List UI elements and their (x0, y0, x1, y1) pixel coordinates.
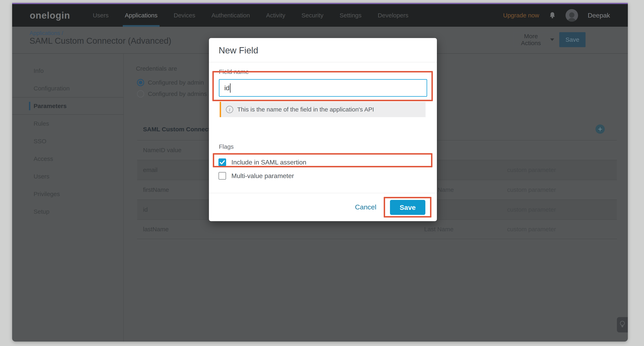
sidebar-divider (124, 54, 124, 341)
sidebar-item-setup[interactable]: Setup (12, 203, 124, 220)
check-icon (218, 158, 226, 166)
checkbox-label: Multi-value parameter (232, 172, 294, 180)
row-field-name: lastName (143, 226, 169, 233)
nav-item-developers[interactable]: Developers (378, 4, 408, 27)
modal-footer-divider (209, 193, 437, 193)
row-tag: custom parameter (507, 226, 556, 233)
text-cursor (230, 83, 230, 93)
nav-items: Users Applications Devices Authenticatio… (93, 4, 408, 27)
field-name-info-box: i This is the name of the field in the a… (220, 102, 426, 117)
page-save-button[interactable]: Save (559, 32, 586, 47)
radio-label: Configured by admins a (148, 91, 212, 97)
breadcrumb[interactable]: Applications / (30, 30, 63, 37)
row-tag: custom parameter (507, 186, 556, 193)
sidebar-item-parameters[interactable]: Parameters (12, 97, 124, 115)
row-field-name: NameID value (143, 147, 182, 154)
lightbulb-icon (619, 320, 626, 329)
onelogin-logo[interactable]: onelogin (30, 10, 70, 21)
checkbox-row-include-in-saml-assertion[interactable]: Include in SAML assertion (218, 158, 306, 166)
sidebar-item-info[interactable]: Info (12, 62, 124, 80)
radio-selected-icon[interactable] (137, 79, 144, 86)
user-avatar[interactable] (566, 9, 578, 22)
cancel-button[interactable]: Cancel (355, 203, 376, 211)
sidebar-item-sso[interactable]: SSO (12, 132, 124, 150)
row-field-name: id (143, 206, 148, 213)
radio-configured-by-admins-and-users[interactable]: Configured by admins a (137, 90, 212, 98)
info-text: This is the name of the field in the app… (237, 106, 374, 113)
help-beacon-button[interactable] (617, 317, 628, 332)
sidebar-item-users[interactable]: Users (12, 168, 124, 185)
active-tab-underline (123, 25, 160, 27)
top-nav: onelogin Users Applications Devices Auth… (12, 4, 628, 27)
radio-configured-by-admin[interactable]: Configured by admin (137, 79, 204, 87)
flags-label: Flags (219, 143, 234, 150)
sidebar-nav: Info Configuration Parameters Rules SSO … (12, 62, 124, 220)
row-field-name: firstName (143, 186, 169, 193)
nav-item-authentication[interactable]: Authentication (211, 4, 250, 27)
sidebar-item-access[interactable]: Access (12, 150, 124, 168)
nav-item-applications[interactable]: Applications (125, 4, 158, 27)
screenshot-stage: onelogin Users Applications Devices Auth… (0, 0, 644, 346)
nav-item-applications-label: Applications (125, 12, 158, 19)
add-parameter-button[interactable]: + (596, 124, 605, 134)
more-actions-label: More Actions (514, 33, 547, 47)
notifications-bell-icon[interactable] (549, 12, 556, 19)
chevron-down-icon (550, 39, 554, 41)
modal-title-divider (209, 62, 437, 62)
row-field-name: email (143, 167, 158, 173)
nav-item-settings[interactable]: Settings (340, 4, 362, 27)
plus-icon: + (598, 125, 602, 133)
field-name-input-value: id (224, 84, 230, 92)
field-name-input[interactable]: id (219, 79, 427, 97)
modal-save-button[interactable]: Save (390, 200, 425, 215)
nav-item-users[interactable]: Users (93, 4, 108, 27)
page-title: SAML Custom Connector (Advanced) (30, 36, 171, 46)
checkbox-checked-icon[interactable] (218, 158, 226, 166)
active-item-bar (29, 102, 30, 110)
row-tag: custom parameter (507, 167, 556, 173)
checkbox-row-multi-value-parameter[interactable]: Multi-value parameter (218, 172, 294, 180)
credentials-heading: Credentials are (136, 65, 177, 72)
nav-item-devices[interactable]: Devices (174, 4, 196, 27)
nav-item-activity[interactable]: Activity (266, 4, 286, 27)
radio-unselected-icon[interactable] (137, 90, 144, 98)
row-tag: custom parameter (507, 206, 556, 213)
nav-right-cluster: Upgrade now Deepak (503, 9, 610, 22)
row-value: Last Name (424, 226, 454, 233)
checkbox-unchecked-icon[interactable] (218, 172, 226, 180)
sidebar-item-rules[interactable]: Rules (12, 115, 124, 132)
nav-item-security[interactable]: Security (302, 4, 324, 27)
avatar-person-icon (569, 12, 574, 18)
sidebar-item-privileges[interactable]: Privileges (12, 185, 124, 203)
info-icon: i (226, 106, 233, 113)
user-name: Deepak (588, 12, 610, 19)
upgrade-now-link[interactable]: Upgrade now (503, 12, 539, 19)
table-row[interactable]: lastName Last Name custom parameter (137, 219, 617, 239)
field-name-label: Field name (219, 68, 249, 75)
more-actions-button[interactable]: More Actions (513, 32, 556, 47)
checkbox-label: Include in SAML assertion (232, 159, 306, 166)
modal-title: New Field (219, 45, 258, 56)
sidebar-item-parameters-label: Parameters (34, 103, 66, 110)
new-field-modal: New Field Field name id i This is the na… (209, 38, 437, 221)
table-header-title: SAML Custom Connector (143, 126, 216, 133)
radio-label: Configured by admin (148, 79, 204, 86)
sidebar-item-configuration[interactable]: Configuration (12, 80, 124, 97)
